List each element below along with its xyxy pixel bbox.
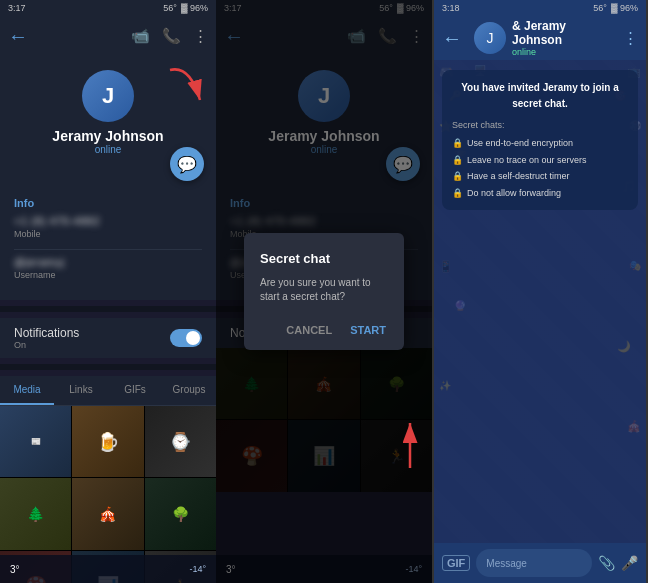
username-value-1: @jeramyj [14,256,202,268]
avatar-1: J [82,70,134,122]
notif-label-1: Notifications [14,326,79,340]
tab-media-1[interactable]: Media [0,376,54,405]
chat-top-bar: ← J & Jeramy Johnson online ⋮ [434,16,646,60]
media-cell-4[interactable]: 🌲 [0,478,71,549]
tab-groups-1[interactable]: Groups [162,376,216,405]
secret-item-4: 🔒 Do not allow forwarding [452,186,628,200]
dialog-actions: CANCEL START [260,320,388,340]
media-cell-1[interactable]: 📰 [0,406,71,477]
panel-1: 3:17 56° ▓ 96% ← 📹 📞 ⋮ J Jeramy Johnson … [0,0,216,583]
username-row-1: @jeramyj Username [14,256,202,280]
lock-icon-2: 🔒 [452,153,463,167]
media-cell-5[interactable]: 🎪 [72,478,143,549]
dialog-body: Are you sure you want to start a secret … [260,276,388,304]
media-cell-2[interactable]: 🍺 [72,406,143,477]
secret-chat-dialog: Secret chat Are you sure you want to sta… [244,233,404,350]
signal-3: 56° [593,3,607,13]
notifications-toggle-1[interactable] [170,329,202,347]
phone-row-1: +1 (8) 470-4882 Mobile [14,215,202,239]
chat-avatar: J [474,22,506,54]
chat-online: online [512,47,617,57]
back-button-1[interactable]: ← [8,25,28,48]
secret-item-3: 🔒 Have a self-destruct timer [452,169,628,183]
phone-value-1: +1 (8) 470-4882 [14,215,202,227]
secret-text-2: Leave no trace on our servers [467,153,587,167]
profile-status-1: online [95,144,122,155]
profile-name-1: Jeramy Johnson [52,128,163,144]
attach-icon[interactable]: 📎 [598,555,615,571]
start-button[interactable]: START [348,320,388,340]
lock-icon-3: 🔒 [452,169,463,183]
secret-item-2: 🔒 Leave no trace on our servers [452,153,628,167]
status-bar-3: 3:18 56° ▓ 96% [434,0,646,16]
battery-3: ▓ 96% [611,3,638,13]
phone-type-1: Mobile [14,229,202,239]
signal-1: 56° [163,3,177,13]
more-icon-3[interactable]: ⋮ [623,29,638,47]
cancel-button[interactable]: CANCEL [284,320,334,340]
secret-chat-bubble: You have invited Jeramy to join a secret… [442,70,638,210]
tabs-row-1: Media Links GIFs Groups [0,376,216,406]
chat-name: & Jeramy Johnson [512,19,617,47]
media-cell-3[interactable]: ⌚ [145,406,216,477]
panel-2: 3:17 56° ▓ 96% ← 📹 📞 ⋮ J Jeramy Johnson … [216,0,432,583]
chat-input-placeholder: Message [486,558,527,569]
time-3: 3:18 [442,3,460,13]
more-icon-1[interactable]: ⋮ [193,27,208,45]
status-bar-1: 3:17 56° ▓ 96% [0,0,216,16]
lock-icon-1: 🔒 [452,136,463,150]
info-label-1: Info [14,197,202,209]
tab-gifs-1[interactable]: GIFs [108,376,162,405]
media-cell-6[interactable]: 🌳 [145,478,216,549]
secret-text-1: Use end-to-end encryption [467,136,573,150]
chat-input-box[interactable]: Message [476,549,592,577]
notifications-row-1: Notifications On [0,318,216,358]
secret-text-3: Have a self-destruct timer [467,169,570,183]
video-call-icon-1[interactable]: 📹 [131,27,150,45]
temp-strip-1: 3° -14° [0,555,216,583]
username-label-1: Username [14,270,202,280]
dialog-title: Secret chat [260,251,388,266]
panel-3: 3:18 56° ▓ 96% ← J & Jeramy Johnson onli… [432,0,648,583]
time-1: 3:17 [8,3,26,13]
dialog-overlay: Secret chat Are you sure you want to sta… [216,0,432,583]
secret-chat-title: You have invited Jeramy to join a secret… [452,80,628,112]
info-section-1: Info +1 (8) 470-4882 Mobile @jeramyj Use… [0,179,216,300]
tab-links-1[interactable]: Links [54,376,108,405]
secret-text-4: Do not allow forwarding [467,186,561,200]
gif-label[interactable]: GIF [442,555,470,571]
top-bar-1: ← 📹 📞 ⋮ [0,16,216,56]
chat-input-bar: GIF Message 📎 🎤 [434,543,646,583]
mic-icon[interactable]: 🎤 [621,555,638,571]
secret-item-1: 🔒 Use end-to-end encryption [452,136,628,150]
chat-background: 🎮 🖥️ 📺 🔑 🎯 ⭐ 🎲 🏆 🎵 📱 🎭 🔮 🌙 ✨ 🎪 You have … [434,60,646,543]
notif-sub-1: On [14,340,79,350]
temp-val-1: 3° [10,564,20,575]
back-button-3[interactable]: ← [442,27,462,50]
message-fab-1[interactable]: 💬 [170,147,204,181]
profile-section-1: J Jeramy Johnson online 💬 [0,56,216,165]
temp-neg-1: -14° [189,564,206,574]
lock-icon-4: 🔒 [452,186,463,200]
phone-call-icon-1[interactable]: 📞 [162,27,181,45]
battery-1: ▓ 96% [181,3,208,13]
